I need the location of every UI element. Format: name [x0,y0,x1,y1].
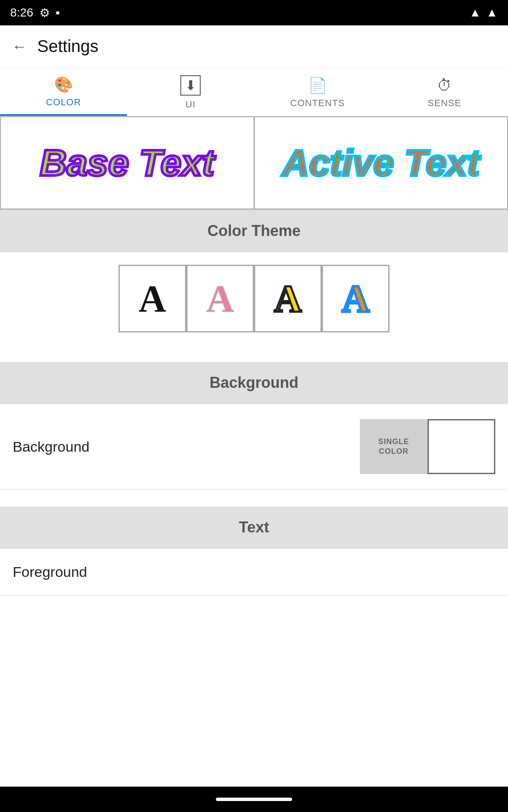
preview-row: Base Text Active Text [0,116,508,210]
sense-tab-label: SENSE [428,98,461,109]
back-button[interactable]: ← [12,38,27,55]
contents-tab-label: CONTENTS [290,98,345,109]
page-title: Settings [37,37,99,56]
background-row: Background SINGLE COLOR [0,404,508,490]
tab-color[interactable]: 🎨 COLOR [0,68,127,116]
base-text-preview[interactable]: Base Text [0,116,254,209]
status-bar: 8:26 ⚙ ▪ ▲ ▲ [0,0,508,25]
theme-letter-plain: A [139,277,166,321]
wifi-icon: ▲ [469,6,481,19]
status-bar-right: ▲ ▲ [469,6,498,19]
sense-tab-icon: ⏱ [437,77,452,94]
theme-options: A A A A [0,252,508,345]
tab-ui[interactable]: ⬇ UI [127,68,254,116]
background-section-header: Background [0,362,508,403]
home-indicator[interactable] [216,798,292,801]
signal-icon: ▲ [486,6,498,19]
contents-tab-icon: 📄 [308,77,327,94]
header: ← Settings [0,25,508,68]
ui-tab-label: UI [185,99,196,110]
active-text-label: Active Text [282,144,480,181]
background-options: SINGLE COLOR [360,419,495,474]
theme-option-plain[interactable]: A [119,265,186,332]
color-theme-section-header: Color Theme [0,210,508,252]
active-text-preview[interactable]: Active Text [254,116,508,209]
single-color-label: SINGLE COLOR [360,437,428,457]
gear-icon: ⚙ [39,6,50,20]
status-bar-left: 8:26 ⚙ ▪ [10,6,60,20]
background-section-label: Background [210,374,298,391]
ui-tab-icon: ⬇ [180,75,201,96]
color-tab-label: COLOR [46,97,81,108]
color-theme-label: Color Theme [207,222,301,239]
bottom-bar [0,787,508,812]
tab-bar: 🎨 COLOR ⬇ UI 📄 CONTENTS ⏱ SENSE [0,68,508,116]
foreground-row: Foreground [0,549,508,596]
text-section-label: Text [239,518,269,536]
single-color-option[interactable]: SINGLE COLOR [360,419,428,474]
base-text-label: Base Text [40,144,215,181]
theme-letter-pink: A [207,277,234,321]
tab-sense[interactable]: ⏱ SENSE [381,68,508,116]
theme-option-pink[interactable]: A [186,265,254,332]
text-section-header: Text [0,507,508,548]
theme-letter-yellow: A [274,277,302,321]
background-row-label: Background [13,439,89,455]
theme-letter-orange: A [342,277,370,321]
tab-contents[interactable]: 📄 CONTENTS [254,68,381,116]
color-tab-icon: 🎨 [54,76,73,93]
theme-option-yellow[interactable]: A [254,265,322,332]
battery-icon: ▪ [56,6,60,19]
white-color-option[interactable] [428,419,495,474]
foreground-row-label: Foreground [13,564,87,580]
theme-option-orange[interactable]: A [322,265,389,332]
time-display: 8:26 [10,6,33,19]
